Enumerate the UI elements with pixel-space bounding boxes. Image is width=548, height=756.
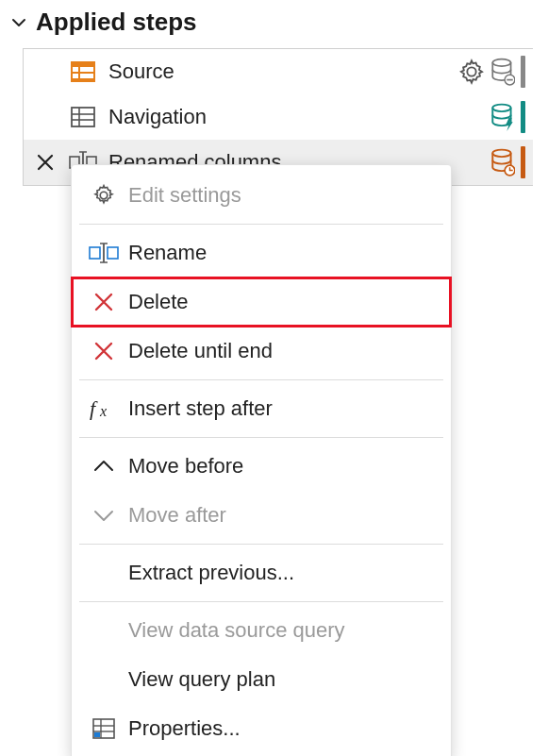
section-title: Applied steps [36,8,196,37]
status-bar [521,146,525,178]
svg-rect-2 [80,67,93,72]
svg-rect-3 [73,74,78,78]
menu-separator [79,379,443,380]
menu-separator [79,601,443,602]
svg-text:x: x [99,403,107,419]
menu-edit-settings[interactable]: Edit settings [72,171,451,220]
fx-icon: f x [83,395,125,423]
menu-properties[interactable]: Properties... [72,704,451,753]
svg-point-16 [492,150,510,158]
delete-step-button[interactable] [35,152,56,173]
table-orange-icon [69,58,97,86]
menu-separator [79,224,443,225]
menu-move-after[interactable]: Move after [72,491,451,540]
blank-icon [83,559,125,587]
status-bar [521,56,525,88]
menu-move-before[interactable]: Move before [72,442,451,491]
gear-icon [83,181,125,210]
blank-icon [83,665,125,694]
context-menu: Edit settings Rename Delete Delete until… [71,164,452,756]
menu-separator [79,437,443,438]
menu-rename[interactable]: Rename [72,228,451,277]
database-clock-icon [490,148,515,176]
chevron-down-icon [83,501,125,529]
menu-label: Delete [128,290,189,314]
rename-icon [83,239,125,267]
menu-view-data-source-query[interactable]: View data source query [72,606,451,655]
x-red-icon [83,337,125,365]
svg-rect-1 [73,67,78,72]
applied-steps-header[interactable]: Applied steps [0,0,548,42]
database-bolt-icon [490,103,515,131]
database-icon [490,58,515,86]
x-red-icon [83,288,125,316]
svg-point-12 [492,105,510,112]
blank-icon [83,616,125,645]
status-bar [521,101,525,133]
svg-text:f: f [90,396,98,420]
menu-label: View data source query [128,618,345,643]
step-label: Source [108,59,458,84]
svg-rect-18 [90,247,100,259]
gear-icon[interactable] [458,59,485,85]
menu-separator [79,544,443,545]
properties-icon [83,714,125,743]
menu-extract-previous[interactable]: Extract previous... [72,548,451,597]
svg-rect-4 [80,74,93,78]
step-source[interactable]: Source [24,49,533,94]
chevron-up-icon [83,452,125,480]
menu-delete-until-end[interactable]: Delete until end [72,327,451,376]
svg-rect-27 [94,732,100,737]
table-grid-icon [69,103,97,131]
menu-label: Rename [128,241,207,265]
menu-insert-step-after[interactable]: f x Insert step after [72,384,451,433]
menu-label: Insert step after [128,396,273,421]
menu-delete[interactable]: Delete [72,277,451,327]
svg-rect-19 [108,247,118,259]
step-label: Navigation [108,105,490,129]
menu-view-query-plan[interactable]: View query plan [72,655,451,704]
menu-label: Move before [128,454,243,479]
menu-label: View query plan [128,667,275,692]
step-navigation[interactable]: Navigation [24,94,533,140]
menu-label: Extract previous... [128,561,294,585]
menu-label: Properties... [128,716,241,741]
chevron-down-icon [11,15,26,30]
svg-rect-8 [72,108,94,126]
menu-label: Delete until end [128,339,273,363]
menu-label: Move after [128,503,226,528]
menu-label: Edit settings [128,183,241,208]
svg-point-5 [492,59,510,66]
